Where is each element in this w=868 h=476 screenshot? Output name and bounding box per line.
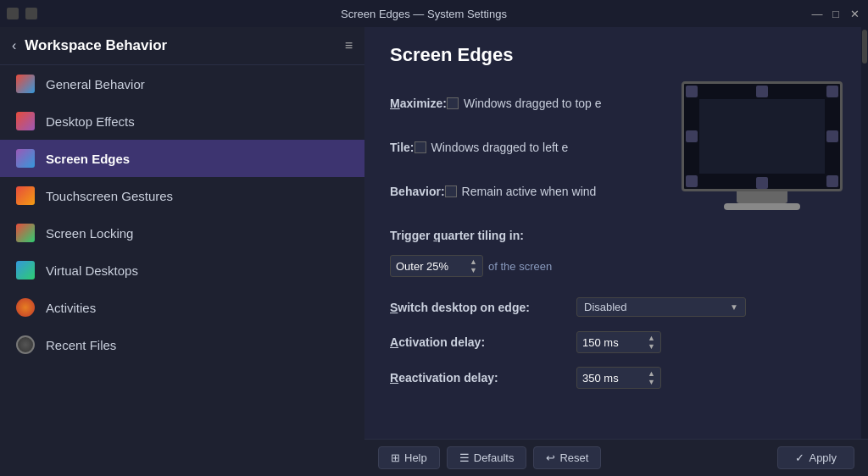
monitor-stand [737, 191, 787, 203]
monitor [682, 81, 843, 210]
main-layout: ‹ Workspace Behavior ≡ General Behavior … [0, 27, 868, 476]
reactivation-delay-row: Reactivation delay: 350 ms ▲▼ [390, 360, 843, 396]
sidebar-header: ‹ Workspace Behavior ≡ [0, 27, 364, 65]
activation-delay-label: Activation delay: [390, 335, 576, 349]
sidebar-item-label-screen-locking: Screen Locking [46, 226, 133, 241]
window-title: Screen Edges — System Settings [37, 8, 810, 20]
back-button[interactable]: ‹ [12, 38, 16, 53]
reset-label: Reset [559, 451, 588, 464]
monitor-screen [682, 81, 843, 191]
maximize-row: Maximize: Windows dragged to top e [390, 81, 665, 125]
monitor-dot-tl[interactable] [686, 86, 698, 97]
sidebar-item-screen-locking[interactable]: Screen Locking [0, 214, 364, 252]
switch-desktop-select[interactable]: Disabled ▼ [576, 297, 746, 317]
activation-spinbox-arrows[interactable]: ▲▼ [648, 334, 655, 351]
monitor-base [724, 203, 800, 210]
behavior-label: Behavior: [390, 177, 445, 206]
top-section: Maximize: Windows dragged to top e Tile:… [390, 81, 843, 285]
switch-desktop-arrow: ▼ [730, 302, 738, 312]
sidebar-item-recent-files[interactable]: Recent Files [0, 326, 364, 363]
reactivation-delay-value: 350 ms [582, 372, 619, 385]
recent-files-icon [15, 335, 36, 355]
help-icon: ⊞ [391, 451, 400, 464]
trigger-label: Trigger quarter tiling in: [390, 221, 576, 250]
screen-edges-icon [15, 148, 36, 169]
sidebar-item-virtual-desktops[interactable]: Virtual Desktops [0, 252, 364, 289]
help-label: Help [404, 451, 427, 464]
maximize-value: Windows dragged to top e [447, 89, 602, 118]
monitor-dot-bl[interactable] [686, 175, 698, 187]
monitor-dot-mr[interactable] [826, 130, 838, 142]
sidebar-item-label-virtual-desktops: Virtual Desktops [46, 263, 138, 278]
trigger-spinbox-value: Outer 25% [396, 260, 448, 273]
maximize-checkbox[interactable] [447, 97, 459, 109]
reactivation-delay-spinbox[interactable]: 350 ms ▲▼ [576, 367, 661, 389]
sidebar-title: Workspace Behavior [25, 37, 337, 54]
window-controls: — □ ✕ [810, 7, 861, 20]
apply-label: Apply [809, 451, 837, 464]
apply-button[interactable]: ✓ Apply [777, 446, 854, 469]
content-area: Screen Edges Maximize: Windows dragged t… [364, 27, 868, 476]
sidebar-item-desktop-effects[interactable]: Desktop Effects [0, 102, 364, 140]
reset-icon: ↩ [546, 451, 555, 464]
maximize-value-text: Windows dragged to top e [464, 97, 602, 110]
tile-label: Tile: [390, 133, 415, 162]
general-behavior-icon [15, 74, 36, 94]
behavior-value-text: Remain active when wind [462, 185, 597, 198]
maximize-label: Maximize: [390, 89, 447, 118]
defaults-button[interactable]: ☰ Defaults [447, 446, 527, 469]
monitor-center [699, 99, 825, 174]
sidebar-item-activities[interactable]: Activities [0, 289, 364, 326]
tile-checkbox[interactable] [415, 141, 426, 153]
monitor-dot-tc[interactable] [756, 86, 768, 97]
sidebar-item-touchscreen-gestures[interactable]: Touchscreen Gestures [0, 177, 364, 214]
sidebar-item-screen-edges[interactable]: Screen Edges [0, 140, 364, 177]
activation-delay-row: Activation delay: 150 ms ▲▼ [390, 324, 843, 360]
activities-icon [15, 297, 36, 318]
behavior-checkbox[interactable] [445, 185, 457, 197]
scrollbar-thumb[interactable] [862, 30, 867, 64]
sidebar-item-label-screen-edges: Screen Edges [46, 152, 130, 166]
close-button[interactable]: ✕ [848, 7, 861, 20]
sidebar-menu-icon[interactable]: ≡ [345, 38, 353, 53]
sidebar-item-label-touchscreen-gestures: Touchscreen Gestures [46, 189, 173, 203]
help-button[interactable]: ⊞ Help [378, 446, 440, 469]
spinbox-arrows[interactable]: ▲▼ [470, 257, 477, 274]
trigger-suffix: of the screen [488, 260, 552, 273]
monitor-dot-br[interactable] [826, 175, 838, 187]
scrollbar[interactable] [861, 27, 868, 439]
trigger-spinbox[interactable]: Outer 25% ▲▼ [390, 255, 483, 277]
maximize-button[interactable]: □ [829, 7, 843, 20]
trigger-row: Trigger quarter tiling in: Outer 25% ▲▼ … [390, 213, 665, 285]
reactivation-delay-label: Reactivation delay: [390, 371, 576, 385]
sidebar-item-label-general-behavior: General Behavior [46, 77, 145, 91]
switch-desktop-label: Switch desktop on edge: [390, 301, 576, 314]
titlebar-left-icons [7, 8, 37, 19]
apply-icon: ✓ [795, 451, 804, 464]
content-inner: Screen Edges Maximize: Windows dragged t… [364, 27, 868, 439]
tile-row: Tile: Windows dragged to left e [390, 125, 665, 169]
defaults-label: Defaults [474, 451, 515, 464]
tile-value: Windows dragged to left e [415, 133, 569, 162]
sidebar-item-general-behavior[interactable]: General Behavior [0, 65, 364, 102]
virtual-desktops-icon [15, 260, 36, 280]
defaults-icon: ☰ [459, 451, 470, 464]
touchscreen-gestures-icon [15, 185, 36, 206]
titlebar-icon-1 [7, 8, 19, 19]
monitor-dot-ml[interactable] [686, 130, 698, 142]
settings-column: Maximize: Windows dragged to top e Tile:… [390, 81, 665, 285]
desktop-effects-icon [15, 111, 36, 131]
activation-delay-spinbox[interactable]: 150 ms ▲▼ [576, 331, 661, 353]
screen-locking-icon [15, 223, 36, 243]
reactivation-spinbox-arrows[interactable]: ▲▼ [648, 369, 655, 386]
switch-desktop-row: Switch desktop on edge: Disabled ▼ [390, 290, 843, 324]
sidebar-item-label-desktop-effects: Desktop Effects [46, 114, 135, 129]
monitor-dot-tr[interactable] [826, 86, 838, 97]
reset-button[interactable]: ↩ Reset [533, 446, 601, 469]
monitor-display [682, 81, 843, 210]
activation-delay-value: 150 ms [582, 336, 619, 349]
monitor-dot-bc[interactable] [756, 177, 768, 189]
minimize-button[interactable]: — [810, 7, 824, 20]
sidebar-item-label-recent-files: Recent Files [46, 338, 116, 352]
behavior-value: Remain active when wind [445, 177, 597, 206]
